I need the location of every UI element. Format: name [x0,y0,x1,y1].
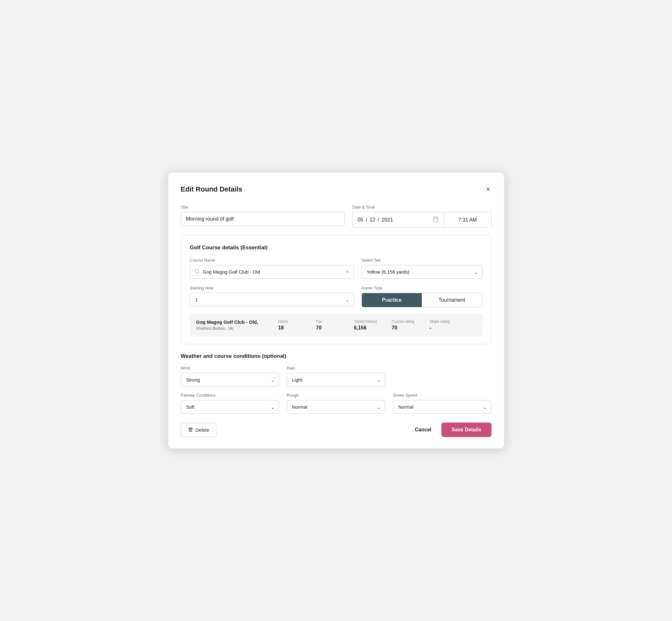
course-name-group: Course Name Gog Magog Golf Club - Old × [190,258,354,279]
delete-label: Delete [196,427,209,432]
course-info-name-block: Gog Magog Golf Club - Old, Shelford Bott… [196,319,266,331]
par-stat: Par 70 [316,319,341,331]
title-group: Title [181,205,345,226]
rough-group: Rough Short Normal Long ⌄ [287,393,385,414]
date-input[interactable]: 05 / 12 / 2021 [352,212,444,228]
search-icon [195,269,200,275]
title-datetime-row: Title Date & Time 05 / 12 / 2021 [181,205,492,228]
course-name-input[interactable]: Gog Magog Golf Club - Old × [190,265,354,279]
weather-section: Weather and course conditions (optional)… [181,353,492,414]
par-value: 70 [316,325,322,331]
svg-rect-0 [433,217,438,222]
conditions-row: Fairway Conditions Dry Firm Normal Soft … [181,393,492,414]
modal-header: Edit Round Details × [181,184,492,195]
fairway-field[interactable]: Dry Firm Normal Soft Wet [181,400,279,414]
course-info-box: Gog Magog Golf Club - Old, Shelford Bott… [190,314,482,336]
select-tee-field[interactable]: Yellow (6,156 yards) [362,265,482,279]
weather-section-title: Weather and course conditions (optional) [181,353,492,360]
clear-course-icon[interactable]: × [346,268,349,275]
slope-rating-value: - [430,325,431,331]
date-sep1: / [366,217,367,223]
rain-label: Rain [287,366,385,370]
green-speed-group: Green Speed Slow Normal Fast ⌄ [393,393,491,414]
slope-rating-stat: Slope rating - [430,319,455,331]
course-tee-row: Course Name Gog Magog Golf Club - Old × … [190,258,482,279]
footer-right: Cancel Save Details [415,422,492,437]
calendar-icon[interactable] [432,216,439,224]
fairway-wrapper: Dry Firm Normal Soft Wet ⌄ [181,400,279,414]
holes-stat: Holes 18 [278,319,303,331]
wind-wrapper: None Light Moderate Strong ⌄ [181,373,279,386]
title-label: Title [181,205,345,210]
svg-line-5 [198,272,199,273]
time-value: 7:31 AM [449,217,486,223]
yards-label: Yards(Yellow) [354,319,377,324]
course-name-value: Gog Magog Golf Club - Old [203,269,343,275]
datetime-label: Date & Time [352,205,492,210]
save-button[interactable]: Save Details [442,422,491,437]
game-type-group: Game Type Practice Tournament [362,286,482,307]
modal-title: Edit Round Details [181,185,243,194]
rough-wrapper: Short Normal Long ⌄ [287,400,385,414]
wind-field[interactable]: None Light Moderate Strong [181,373,279,386]
starting-hole-group: Starting Hole 1 2 10 ⌄ [190,286,354,306]
fairway-group: Fairway Conditions Dry Firm Normal Soft … [181,393,279,414]
trash-icon [188,427,193,433]
course-rating-label: Course rating [392,319,415,324]
fairway-label: Fairway Conditions [181,393,279,398]
wind-label: Wind [181,366,279,370]
spacer [393,366,491,386]
course-rating-stat: Course rating 70 [392,319,417,331]
select-tee-label: Select Tee [362,258,482,262]
game-type-label: Game Type [362,286,482,290]
delete-button[interactable]: Delete [181,423,216,437]
holes-value: 18 [278,325,284,331]
cancel-button[interactable]: Cancel [415,427,431,432]
tournament-toggle-btn[interactable]: Tournament [422,293,482,307]
starting-hole-label: Starting Hole [190,286,354,290]
golf-course-section: Golf Course details (Essential) Course N… [181,236,492,344]
title-input[interactable] [181,212,345,226]
course-rating-value: 70 [392,325,397,331]
close-button[interactable]: × [485,184,492,195]
practice-toggle-btn[interactable]: Practice [362,293,422,307]
rain-field[interactable]: None Light Moderate Heavy [287,373,385,386]
slope-rating-label: Slope rating [430,319,450,324]
select-tee-group: Select Tee Yellow (6,156 yards) ⌄ [362,258,482,279]
par-label: Par [316,319,322,324]
yards-stat: Yards(Yellow) 6,156 [354,319,379,331]
course-info-name: Gog Magog Golf Club - Old, [196,319,266,325]
datetime-row: 05 / 12 / 2021 7:31 AM [352,212,492,228]
datetime-group: Date & Time 05 / 12 / 2021 [352,205,492,228]
date-month: 05 [358,217,364,223]
course-name-label: Course Name [190,258,354,262]
green-speed-field[interactable]: Slow Normal Fast [393,400,491,414]
date-year: 2021 [382,217,393,223]
starting-hole-wrapper: 1 2 10 ⌄ [190,293,354,306]
game-type-toggle: Practice Tournament [362,293,482,307]
time-input[interactable]: 7:31 AM [444,212,492,228]
yards-value: 6,156 [354,325,367,331]
starting-hole-game-type-row: Starting Hole 1 2 10 ⌄ Game Type Practic… [190,286,482,307]
rain-group: Rain None Light Moderate Heavy ⌄ [287,366,385,386]
rain-wrapper: None Light Moderate Heavy ⌄ [287,373,385,386]
date-sep2: / [378,217,379,223]
course-info-location: Shelford Bottom, UK [196,326,266,331]
golf-course-title: Golf Course details (Essential) [190,245,482,251]
footer-row: Delete Cancel Save Details [181,422,492,437]
date-day: 12 [370,217,375,223]
starting-hole-field[interactable]: 1 2 10 [190,293,354,306]
wind-group: Wind None Light Moderate Strong ⌄ [181,366,279,386]
green-speed-label: Green Speed [393,393,491,398]
holes-label: Holes [278,319,288,324]
select-tee-wrapper: Yellow (6,156 yards) ⌄ [362,265,482,279]
rough-label: Rough [287,393,385,398]
edit-round-modal: Edit Round Details × Title Date & Time 0… [168,173,504,448]
wind-rain-row: Wind None Light Moderate Strong ⌄ Rain N… [181,366,492,386]
green-speed-wrapper: Slow Normal Fast ⌄ [393,400,491,414]
rough-field[interactable]: Short Normal Long [287,400,385,414]
